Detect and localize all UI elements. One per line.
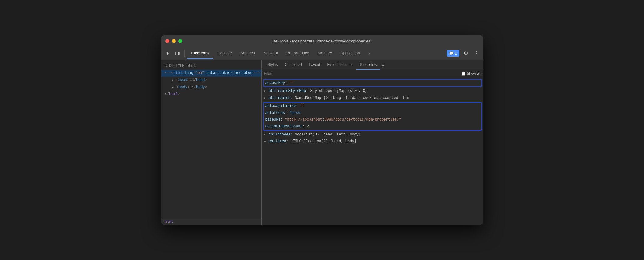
- properties-panel: Styles Computed Layout Event Listeners P…: [262, 60, 483, 225]
- elements-tree[interactable]: <!DOCTYPE html> ···<html lang="en" data-…: [161, 60, 261, 218]
- tree-html-node[interactable]: ···<html lang="en" data-cookies-accepted…: [161, 70, 261, 77]
- prop-base-uri: baseURI: "http://localhost:8080/docs/dev…: [264, 116, 481, 123]
- tab-console[interactable]: Console: [213, 48, 236, 59]
- tab-application[interactable]: Application: [336, 48, 364, 59]
- toolbar-separator: [184, 50, 185, 57]
- filter-input[interactable]: [264, 71, 459, 76]
- prop-autocapitalize: autocapitalize: "": [264, 103, 481, 109]
- tree-html-close: </html>: [161, 91, 261, 98]
- prop-group-highlighted: autocapitalize: "" autofocus: false base…: [263, 102, 482, 131]
- sub-tab-layout[interactable]: Layout: [306, 60, 324, 70]
- close-button[interactable]: [165, 39, 169, 43]
- prop-child-element-count: childElementCount: 2: [264, 123, 481, 130]
- main-content: <!DOCTYPE html> ···<html lang="en" data-…: [161, 60, 483, 225]
- tab-network[interactable]: Network: [259, 48, 282, 59]
- tab-memory[interactable]: Memory: [313, 48, 336, 59]
- filter-bar: Show all: [262, 70, 483, 77]
- settings-button[interactable]: ⚙: [462, 49, 470, 57]
- device-icon: [175, 51, 180, 56]
- tab-sources[interactable]: Sources: [236, 48, 259, 59]
- show-all-label: Show all: [462, 71, 480, 76]
- traffic-lights: [165, 39, 182, 43]
- title-bar: DevTools - localhost:8080/docs/devtools/…: [161, 35, 483, 47]
- prop-attributes[interactable]: ▶ attributes: NamedNodeMap {0: lang, 1: …: [262, 95, 483, 101]
- more-icon: ⋮: [474, 50, 479, 56]
- tab-elements[interactable]: Elements: [187, 48, 213, 59]
- elements-panel: <!DOCTYPE html> ···<html lang="en" data-…: [161, 60, 262, 225]
- toolbar: Elements Console Sources Network Perform…: [161, 47, 483, 60]
- svg-rect-0: [176, 52, 178, 55]
- svg-rect-1: [178, 52, 179, 55]
- prop-attribute-style-map[interactable]: ▶ attributeStyleMap: StylePropertyMap {s…: [262, 88, 483, 94]
- chat-icon: 💬: [449, 51, 454, 56]
- toolbar-right: 💬 1 ⚙ ⋮: [447, 49, 481, 57]
- sub-tab-computed[interactable]: Computed: [281, 60, 305, 70]
- breadcrumb: html: [161, 218, 261, 225]
- tab-more[interactable]: »: [364, 48, 375, 59]
- tab-performance[interactable]: Performance: [282, 48, 313, 59]
- minimize-button[interactable]: [172, 39, 176, 43]
- more-menu-button[interactable]: ⋮: [472, 49, 481, 57]
- main-nav-tabs: Elements Console Sources Network Perform…: [187, 48, 375, 59]
- properties-list: accessKey: "" ▶ attributeStyleMap: Style…: [262, 77, 483, 225]
- cursor-icon: [165, 51, 170, 56]
- gear-icon: ⚙: [464, 50, 468, 56]
- show-all-checkbox[interactable]: [462, 72, 465, 76]
- window-title: DevTools - localhost:8080/docs/devtools/…: [272, 39, 372, 43]
- prop-children[interactable]: ▶ children: HTMLCollection(2) [head, bod…: [262, 138, 483, 145]
- sub-tab-styles[interactable]: Styles: [264, 60, 281, 70]
- feedback-badge-button[interactable]: 💬 1: [447, 50, 459, 57]
- sub-tab-properties[interactable]: Properties: [356, 60, 380, 70]
- prop-autofocus: autofocus: false: [264, 110, 481, 116]
- tree-head-node[interactable]: ▶ <head>…</head>: [161, 77, 261, 84]
- device-icon-button[interactable]: [173, 50, 182, 57]
- tree-body-node[interactable]: ▶ <body>…</body>: [161, 84, 261, 91]
- maximize-button[interactable]: [178, 39, 182, 43]
- tree-doctype: <!DOCTYPE html>: [161, 63, 261, 70]
- prop-child-nodes[interactable]: ▶ childNodes: NodeList(3) [head, text, b…: [262, 131, 483, 138]
- sub-tab-more[interactable]: »: [380, 60, 385, 70]
- sub-tabs-bar: Styles Computed Layout Event Listeners P…: [262, 60, 483, 70]
- devtools-window: DevTools - localhost:8080/docs/devtools/…: [161, 35, 483, 225]
- inspect-icon-button[interactable]: [164, 50, 172, 57]
- sub-tab-event-listeners[interactable]: Event Listeners: [324, 60, 356, 70]
- prop-access-key: accessKey: "": [263, 79, 482, 87]
- badge-count: 1: [455, 51, 457, 56]
